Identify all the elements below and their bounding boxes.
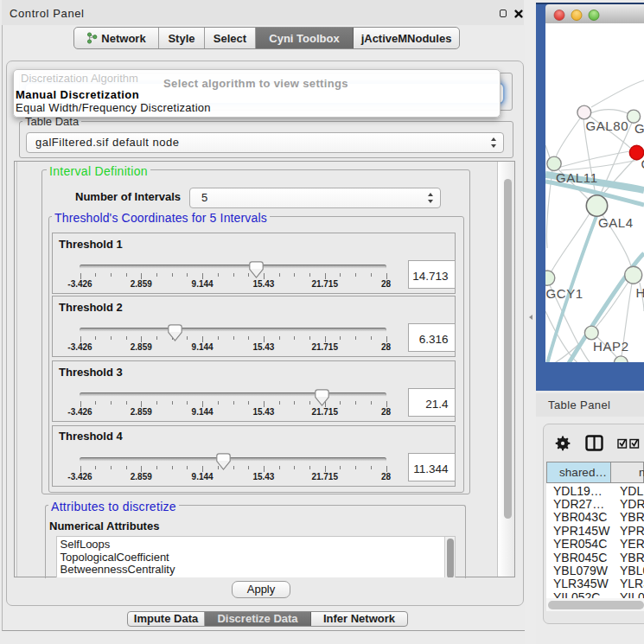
- svg-text:C: C: [641, 156, 644, 171]
- svg-text:GCY1: GCY1: [546, 286, 583, 301]
- svg-text:GAL4: GAL4: [598, 215, 634, 230]
- svg-text:H: H: [636, 285, 644, 300]
- svg-text:G.: G.: [634, 121, 644, 136]
- svg-text:GAL11: GAL11: [556, 170, 598, 185]
- svg-text:HAP2: HAP2: [593, 339, 629, 354]
- svg-text:GAL80: GAL80: [586, 118, 629, 133]
